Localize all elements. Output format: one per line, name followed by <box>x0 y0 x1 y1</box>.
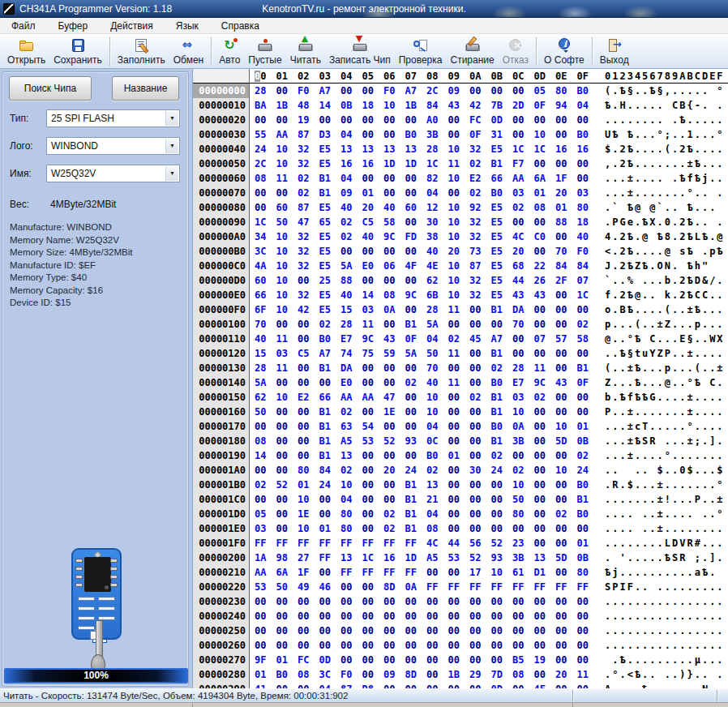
hex-byte[interactable]: 00 <box>577 682 599 688</box>
hex-byte[interactable]: 02 <box>340 463 362 478</box>
hex-byte[interactable]: 00 <box>448 594 470 609</box>
hex-row-ascii[interactable]: Z...Ѣ...@..°Ѣ C. <box>605 375 725 390</box>
hex-byte[interactable]: 00 <box>448 507 470 521</box>
hex-byte[interactable]: 16 <box>383 551 405 565</box>
hex-byte[interactable]: 00 <box>405 682 427 688</box>
hex-byte[interactable]: 00 <box>276 623 298 638</box>
hex-byte[interactable]: 00 <box>319 565 341 580</box>
hex-byte[interactable]: 00 <box>512 638 534 653</box>
hex-row-ascii[interactable]: ...±.... .ѢfѢj.. <box>605 171 725 186</box>
hex-byte[interactable]: 10 <box>276 244 298 259</box>
hex-byte[interactable]: 0F <box>405 332 427 346</box>
hex-byte[interactable]: 50 <box>276 215 298 229</box>
hex-byte[interactable]: 01 <box>577 536 599 551</box>
hex-byte[interactable]: 00 <box>534 623 556 638</box>
hex-byte[interactable]: 11 <box>534 361 556 375</box>
hex-byte[interactable]: 00 <box>362 273 384 288</box>
hex-byte[interactable]: 00 <box>362 84 384 98</box>
hex-byte[interactable]: E5 <box>319 244 341 259</box>
hex-byte[interactable]: 00 <box>448 390 470 405</box>
hex-byte[interactable]: 01 <box>298 478 319 492</box>
hex-byte[interactable]: 07 <box>577 273 599 288</box>
hex-byte[interactable]: 03 <box>276 346 298 361</box>
hex-byte[interactable]: 84 <box>319 463 341 478</box>
hex-byte[interactable]: FF <box>383 536 405 551</box>
hex-byte[interactable]: 00 <box>469 653 491 667</box>
hex-byte[interactable]: 32 <box>298 156 319 171</box>
hex-byte[interactable]: 10 <box>448 259 470 273</box>
hex-byte[interactable]: 01 <box>555 200 577 215</box>
hex-byte[interactable]: 00 <box>255 186 276 200</box>
hex-byte[interactable]: 00 <box>276 317 298 332</box>
hex-byte[interactable]: 1C <box>426 156 448 171</box>
hex-byte[interactable]: 19 <box>534 653 556 667</box>
hex-byte[interactable]: 8D <box>383 580 405 594</box>
hex-byte[interactable]: 10 <box>491 565 513 580</box>
hex-byte[interactable]: 1C <box>577 288 599 302</box>
hex-byte[interactable]: 00 <box>383 113 405 127</box>
hex-byte[interactable]: 00 <box>555 623 577 638</box>
hex-byte[interactable]: 00 <box>555 302 577 317</box>
hex-byte[interactable]: 84 <box>577 259 599 273</box>
hex-byte[interactable]: 20 <box>362 200 384 215</box>
hex-row-ascii[interactable]: p...(..±Z...p... <box>605 317 725 332</box>
hex-byte[interactable]: 00 <box>276 507 298 521</box>
hex-row-ascii[interactable]: ,.2Ѣ.......±Ѣ... <box>605 156 725 171</box>
hex-byte[interactable]: 00 <box>276 84 298 98</box>
hex-byte[interactable]: 08 <box>383 288 405 302</box>
hex-byte[interactable]: 05 <box>534 84 556 98</box>
hex-byte[interactable]: E5 <box>491 142 513 156</box>
hex-byte[interactable]: 40 <box>255 332 276 346</box>
hex-byte[interactable]: 59 <box>383 346 405 361</box>
hex-byte[interactable]: 00 <box>512 215 534 229</box>
hex-byte[interactable]: 30 <box>426 215 448 229</box>
hex-byte[interactable]: 43 <box>448 98 470 113</box>
hex-byte[interactable]: 00 <box>276 405 298 419</box>
hex-row-ascii[interactable]: 4.2Ѣ.@ Ѣ8.2ѢLѢ.@ <box>605 229 725 244</box>
hex-byte[interactable]: 30 <box>469 463 491 478</box>
hex-byte[interactable]: 80 <box>340 521 362 536</box>
hex-byte[interactable]: 00 <box>555 229 577 244</box>
hex-byte[interactable]: 87 <box>298 127 319 142</box>
hex-byte[interactable]: 32 <box>469 215 491 229</box>
hex-byte[interactable]: 00 <box>298 638 319 653</box>
hex-byte[interactable]: 50 <box>276 580 298 594</box>
hex-byte[interactable]: 08 <box>298 667 319 682</box>
hex-byte[interactable]: 49 <box>298 580 319 594</box>
hex-byte[interactable]: 03 <box>577 186 599 200</box>
hex-byte[interactable]: 11 <box>276 361 298 375</box>
hex-byte[interactable]: 32 <box>298 229 319 244</box>
hex-byte[interactable]: 02 <box>512 200 534 215</box>
hex-byte[interactable]: 00 <box>426 667 448 682</box>
hex-byte[interactable]: 55 <box>255 127 276 142</box>
search-chip-button[interactable]: Поиск Чипа <box>9 76 92 101</box>
hex-byte[interactable]: 10 <box>512 405 534 419</box>
hex-byte[interactable]: 00 <box>276 113 298 127</box>
hex-byte[interactable]: 00 <box>383 594 405 609</box>
hex-byte[interactable]: 08 <box>512 667 534 682</box>
hex-byte[interactable]: 00 <box>577 113 599 127</box>
hex-byte[interactable]: 13 <box>340 448 362 463</box>
hex-byte[interactable]: 00 <box>319 638 341 653</box>
hex-byte[interactable]: 00 <box>491 521 513 536</box>
hex-byte[interactable]: 3B <box>512 551 534 565</box>
hex-byte[interactable]: 50 <box>426 346 448 361</box>
hex-byte[interactable]: 1C <box>534 142 556 156</box>
hex-byte[interactable]: 5A <box>255 375 276 390</box>
hex-byte[interactable]: 00 <box>448 317 470 332</box>
hex-byte[interactable]: 00 <box>577 609 599 623</box>
hex-byte[interactable]: 1D <box>405 156 427 171</box>
hex-byte[interactable]: 1F <box>555 171 577 186</box>
hex-byte[interactable]: 00 <box>512 127 534 142</box>
hex-byte[interactable]: 09 <box>383 667 405 682</box>
hex-byte[interactable]: FF <box>555 580 577 594</box>
hex-byte[interactable]: 00 <box>469 682 491 688</box>
hex-byte[interactable]: 02 <box>340 229 362 244</box>
hex-byte[interactable]: 13 <box>340 551 362 565</box>
hex-byte[interactable]: 00 <box>319 113 341 127</box>
hex-byte[interactable]: 00 <box>555 638 577 653</box>
hex-byte[interactable]: 00 <box>448 521 470 536</box>
hex-byte[interactable]: A7 <box>491 332 513 346</box>
hex-byte[interactable]: 00 <box>469 594 491 609</box>
hex-byte[interactable]: 00 <box>534 536 556 551</box>
